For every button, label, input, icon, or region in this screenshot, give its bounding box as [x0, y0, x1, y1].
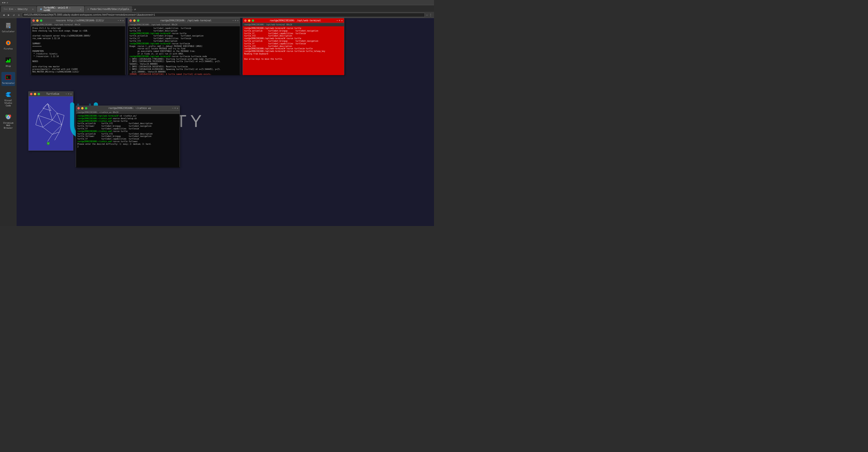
- svg-point-30: [49, 144, 50, 144]
- terminal-roscore-subtitle-text: root@a39962381606: /opt/web-terminal 80x…: [32, 24, 80, 26]
- terminal-roscore-controls: − + ✕: [118, 19, 124, 22]
- terminal4-max[interactable]: [85, 107, 87, 109]
- svg-point-31: [48, 144, 48, 145]
- terminal3-maximize[interactable]: +: [339, 19, 340, 22]
- sidebar-item-htop[interactable]: Htop: [1, 55, 15, 69]
- terminal3-subtitle: root@a39962381606: /opt/web-terminal 80x…: [243, 23, 344, 26]
- turtlesim-maximize[interactable]: +: [68, 93, 69, 95]
- terminal3-controls: − + ✕: [337, 19, 343, 22]
- svg-rect-1: [6, 23, 10, 25]
- tab-cpp-label: C++ - Udacity: [9, 8, 27, 10]
- main-layout: Calculator Firefox: [0, 18, 434, 226]
- terminal-roscore-max[interactable]: [40, 20, 42, 22]
- new-tab-btn[interactable]: +: [132, 7, 137, 12]
- tab-bar: C++ C++ - Udacity ✕ 🖥 TurboVNC: unix1:0 …: [0, 5, 434, 12]
- svg-point-20: [7, 116, 9, 118]
- terminal2-max[interactable]: [137, 20, 140, 22]
- browser-forward-btn[interactable]: ▶: [4, 1, 6, 4]
- terminal4-maximize[interactable]: +: [175, 107, 176, 109]
- terminal-roscore-body[interactable]: Press Ctrl-C to interrupt Done checking …: [31, 26, 125, 75]
- turtlesim-title: TurtleSim: [41, 93, 64, 95]
- terminal4-controls: − + ✕: [172, 107, 178, 109]
- terminal-roscore[interactable]: roscore http://a39962381606:11311/ − + ✕…: [31, 18, 125, 75]
- terminal-roscore-min[interactable]: [36, 20, 38, 22]
- terminal2-subtitle-text: root@a39962381606: /opt/web-terminal 80x…: [129, 24, 177, 26]
- terminal3-minimize[interactable]: −: [337, 19, 338, 22]
- terminal-teleop[interactable]: root@a39962381606: /opt/web-terminal − +…: [243, 18, 344, 75]
- sidebar-item-firefox[interactable]: Firefox: [1, 38, 15, 52]
- tab-cpp-icon: C++: [4, 8, 7, 10]
- turtle-drawing: [29, 96, 73, 150]
- terminal-roscore-titlebar: roscore http://a39962381606:11311/ − + ✕: [31, 18, 125, 23]
- tab-github[interactable]: ⚙ FedorSmirnov89/UdacityCppCa... ✕: [85, 6, 132, 12]
- menu-btn[interactable]: ⋮: [429, 13, 432, 17]
- terminal2-maximize[interactable]: +: [235, 19, 236, 22]
- svg-rect-3: [8, 25, 9, 26]
- tab-vnc-label: TurboVNC: unix1:0 - noVNC: [43, 6, 79, 11]
- terminal2-close[interactable]: [129, 20, 132, 22]
- browser-reload-btn[interactable]: ↺: [7, 1, 8, 4]
- browser-back-btn[interactable]: ◀: [2, 1, 3, 4]
- bookmark-btn[interactable]: ☆: [426, 13, 428, 17]
- turtlesim-window[interactable]: TurtleSim − + ✕: [28, 91, 73, 151]
- calculator-label: Calculator: [2, 30, 15, 33]
- turtlesim-controls: − + ✕: [66, 93, 72, 95]
- sidebar-item-terminator[interactable]: $_ Terminator: [1, 72, 15, 86]
- terminal3-min[interactable]: [248, 20, 250, 22]
- terminal4-subtitle: root@a39962381606: ~/catkin_ws 80x24: [76, 111, 180, 114]
- terminal4-close-x[interactable]: ✕: [177, 107, 178, 109]
- terminal3-title: root@a39962381606: /opt/web-terminal: [255, 19, 335, 22]
- addr-reload-btn[interactable]: ↺: [12, 13, 16, 17]
- terminal4-title: root@a39962381606: ~/catkin_ws: [89, 107, 170, 109]
- svg-line-25: [48, 134, 52, 141]
- terminal-roscore-minimize[interactable]: −: [118, 19, 119, 22]
- turtlesim-min[interactable]: [34, 93, 36, 95]
- svg-rect-12: [7, 60, 8, 62]
- terminal-turtlesim-node-titlebar: root@a39962381606: /opt/web-terminal − +…: [128, 18, 240, 23]
- terminal-roscore-close[interactable]: [32, 20, 35, 22]
- terminal2-body[interactable]: turtle_tf turtlebot_capabilities turtles…: [128, 26, 240, 75]
- sidebar-item-calculator[interactable]: Calculator: [1, 20, 15, 34]
- terminal2-min[interactable]: [133, 20, 135, 22]
- tab-cpp[interactable]: C++ C++ - Udacity ✕: [1, 6, 36, 12]
- terminal2-close-x[interactable]: ✕: [237, 19, 239, 22]
- terminal3-close[interactable]: [244, 20, 247, 22]
- sidebar-item-chromium[interactable]: Chromium Web Browser: [1, 112, 15, 131]
- terminal2-subtitle: root@a39962381606: /opt/web-terminal 80x…: [128, 23, 240, 26]
- address-bar: ◀ ▶ ↺ ⌂ ☆ ⋮: [0, 12, 434, 18]
- tab-vnc-close[interactable]: ✕: [80, 8, 82, 10]
- terminal2-controls: − + ✕: [232, 19, 239, 22]
- turtlesim-body: [29, 96, 73, 150]
- terminal4-close[interactable]: [78, 107, 80, 109]
- turtlesim-minimize[interactable]: −: [66, 93, 67, 95]
- vscode-icon: [4, 91, 12, 98]
- sidebar-item-vscode[interactable]: Visual Studio Code: [1, 89, 15, 108]
- turtlesim-titlebar: TurtleSim − + ✕: [29, 92, 73, 96]
- terminal4-minimize[interactable]: −: [172, 107, 174, 109]
- terminal4-min[interactable]: [81, 107, 84, 109]
- turtlesim-close[interactable]: [30, 93, 32, 95]
- terminal-roscore-close-x[interactable]: ✕: [122, 19, 124, 22]
- terminal4-body[interactable]: root@a39962381606:/opt/web-terminal# cd …: [76, 114, 180, 168]
- address-input[interactable]: [22, 13, 425, 17]
- tab-cpp-close[interactable]: ✕: [32, 8, 34, 10]
- svg-point-32: [49, 144, 49, 145]
- browser-chrome: ◀ ▶ ↺: [0, 0, 434, 5]
- tab-vnc-icon: 🖥: [40, 8, 42, 10]
- turtlesim-close-x[interactable]: ✕: [70, 93, 72, 95]
- addr-forward-btn[interactable]: ▶: [7, 13, 10, 17]
- terminal3-subtitle-text: root@a39962381606: /opt/web-terminal 80x…: [244, 24, 292, 26]
- terminal2-minimize[interactable]: −: [232, 19, 234, 22]
- terminal3-max[interactable]: [252, 20, 254, 22]
- terminal-turtlesim-node[interactable]: root@a39962381606: /opt/web-terminal − +…: [128, 18, 240, 75]
- turtlesim-max[interactable]: [38, 93, 40, 95]
- terminal-roscore-maximize[interactable]: +: [120, 19, 121, 22]
- terminal3-close-x[interactable]: ✕: [341, 19, 343, 22]
- svg-rect-5: [6, 27, 7, 27]
- terminal3-body[interactable]: root@a39962381606:/opt/web-terminal# ros…: [243, 26, 344, 75]
- tab-vnc[interactable]: 🖥 TurboVNC: unix1:0 - noVNC ✕: [37, 6, 84, 12]
- addr-back-btn[interactable]: ◀: [2, 13, 5, 17]
- addr-home-btn[interactable]: ⌂: [17, 13, 21, 17]
- svg-point-28: [48, 142, 49, 143]
- terminal-catkin[interactable]: root@a39962381606: ~/catkin_ws − + ✕ roo…: [76, 106, 180, 167]
